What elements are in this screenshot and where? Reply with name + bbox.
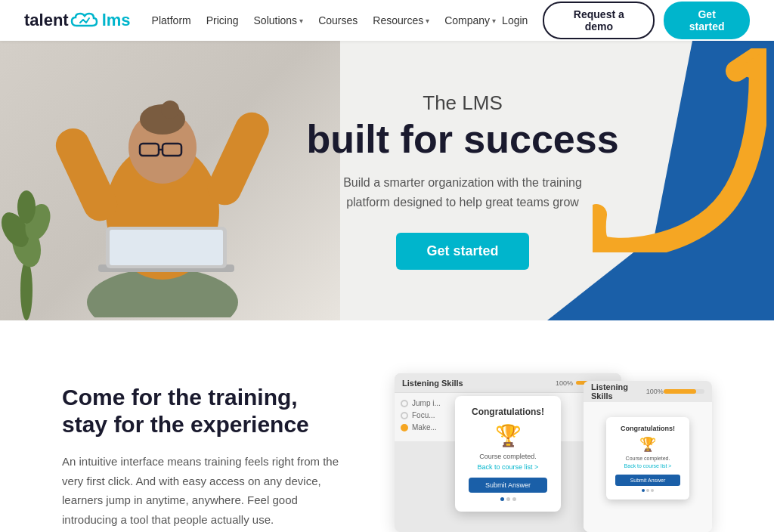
hero-description: Build a smarter organization with the tr… <box>334 173 591 212</box>
small-dot-1 <box>642 489 645 492</box>
request-demo-button[interactable]: Request a demo <box>543 2 655 39</box>
svg-point-0 <box>20 260 33 320</box>
nav-solutions[interactable]: Solutions ▾ <box>254 14 304 26</box>
small-popup-title: Congratulations! <box>615 425 680 432</box>
nav-resources[interactable]: Resources ▾ <box>373 14 429 26</box>
small-device-title: Listening Skills <box>591 382 646 401</box>
small-popup-body: Course completed. <box>615 456 680 461</box>
small-progress-bar <box>664 389 704 394</box>
dot-3 <box>512 497 516 501</box>
radio-button <box>401 412 408 419</box>
plant-decoration <box>0 154 53 320</box>
navbar-left: talent lms Platform Pricing Solutions ▾ … <box>24 11 496 30</box>
small-device-card: Listening Skills 100% Congratulations! 🏆… <box>584 381 712 532</box>
nav-platform[interactable]: Platform <box>152 14 191 26</box>
small-progress-label: 100% <box>646 388 664 395</box>
congratulations-popup: Congratulations! 🏆 Course completed. Bac… <box>455 396 561 512</box>
carousel-dots <box>469 497 547 501</box>
small-dot-2 <box>646 489 649 492</box>
nav-courses[interactable]: Courses <box>318 14 358 26</box>
radio-button-active <box>401 424 408 431</box>
dot-1 <box>500 497 504 501</box>
logo-lms: lms <box>102 11 131 30</box>
dot-2 <box>506 497 510 501</box>
small-device-body: Congratulations! 🏆 Course completed. Bac… <box>584 402 712 532</box>
section2-visual: Listening Skills 100% Jump i... Focu... <box>395 358 712 532</box>
logo[interactable]: talent lms <box>24 11 131 30</box>
section2-text: Come for the training, stay for the expe… <box>62 384 349 529</box>
small-congratulations-popup: Congratulations! 🏆 Course completed. Bac… <box>606 417 689 500</box>
chevron-down-icon: ▾ <box>299 17 303 25</box>
navbar-right: Login Request a demo Get started <box>496 2 750 39</box>
small-popup-link[interactable]: Back to course list > <box>615 463 680 469</box>
svg-point-4 <box>17 190 36 224</box>
small-trophy-icon: 🏆 <box>615 436 680 453</box>
hero-cta-button[interactable]: Get started <box>396 233 528 270</box>
small-device-header: Listening Skills 100% <box>584 381 712 402</box>
hero-section: The LMS built for success Build a smarte… <box>0 41 774 320</box>
popup-body: Course completed. <box>469 453 547 460</box>
radio-button <box>401 400 408 407</box>
submit-answer-button[interactable]: Submit Answer <box>469 478 547 493</box>
navbar: talent lms Platform Pricing Solutions ▾ … <box>0 0 774 41</box>
small-submit-button[interactable]: Submit Answer <box>615 475 680 486</box>
section2-title: Come for the training, stay for the expe… <box>62 384 349 438</box>
small-progress-fill <box>664 389 696 394</box>
section2: Come for the training, stay for the expe… <box>0 320 774 532</box>
hero-subtitle: The LMS <box>423 91 503 115</box>
nav-links: Platform Pricing Solutions ▾ Courses Res… <box>152 14 497 26</box>
svg-rect-7 <box>51 123 123 227</box>
small-carousel-dots <box>615 489 680 492</box>
popup-link[interactable]: Back to course list > <box>469 463 547 471</box>
get-started-nav-button[interactable]: Get started <box>664 2 750 39</box>
popup-title: Congratulations! <box>469 407 547 417</box>
nav-company[interactable]: Company ▾ <box>444 14 496 26</box>
section2-description: An intuitive interface means training fe… <box>62 452 349 529</box>
hero-title: built for success <box>306 118 618 161</box>
logo-talent: talent <box>24 11 69 30</box>
nav-pricing[interactable]: Pricing <box>206 14 239 26</box>
trophy-icon: 🏆 <box>469 423 547 448</box>
logo-cloud-icon <box>70 12 101 29</box>
chevron-down-icon: ▾ <box>426 17 429 25</box>
device-course-title: Listening Skills <box>402 379 463 388</box>
login-button[interactable]: Login <box>496 10 534 31</box>
small-dot-3 <box>651 489 654 492</box>
hero-content: The LMS built for success Build a smarte… <box>151 91 774 270</box>
